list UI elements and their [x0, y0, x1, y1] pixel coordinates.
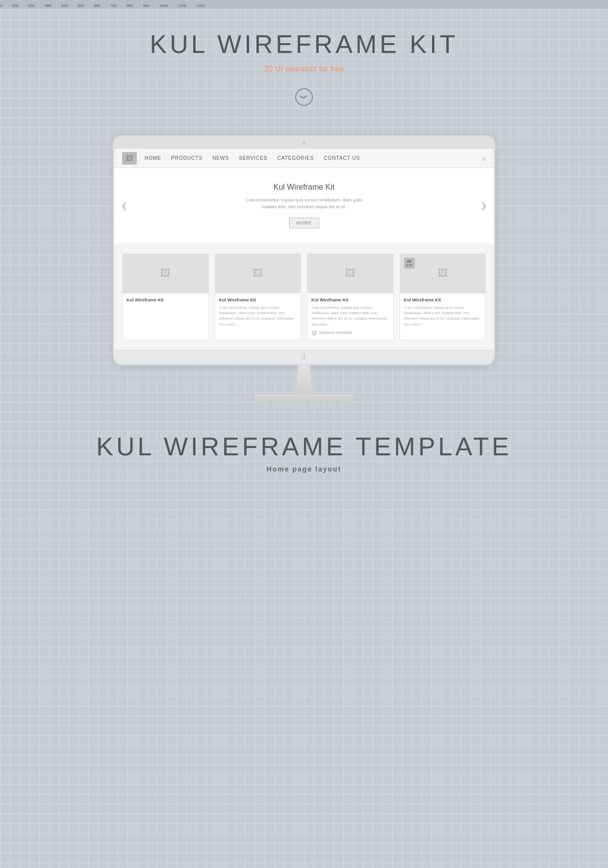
card-3-image-icon: 🖼 — [345, 268, 355, 279]
card-3-text: Cras consectetur, massa quis cursus vest… — [311, 305, 389, 327]
hero-next-button[interactable]: ❯ — [481, 201, 487, 210]
nav-items: HOME PRODUCTS NEWS SERVICES CATEGORIES C… — [145, 153, 482, 163]
monitor-camera — [303, 141, 305, 144]
page-subtitle: 20 UI elements for free — [150, 65, 458, 74]
footer-title: KUL WIREFRAME TEMPLATE — [96, 432, 512, 461]
monitor-bottom-bar:  — [114, 350, 494, 364]
cards-section: 🖼 Kul Wireframe Kit 🖼 Kul Wireframe Kit — [114, 244, 494, 350]
monitor-top-bar — [114, 137, 494, 149]
card-3: 🖼 Kul Wireframe Kit Cras consectetur, ma… — [307, 253, 394, 340]
card-3-link[interactable]: Devamını Görüntüle — [311, 330, 389, 336]
card-3-body: Kul Wireframe Kit Cras consectetur, mass… — [307, 293, 393, 340]
card-4-badge-text: ŞUB — [406, 264, 412, 267]
logo-icon: 🖼 — [126, 154, 133, 162]
nav-item-services[interactable]: SERVICES — [239, 153, 267, 163]
card-4-image-icon: 🖼 — [438, 268, 448, 279]
card-4-image: 25 ŞUB 🖼 — [400, 254, 486, 293]
card-1-image-icon: 🖼 — [160, 268, 170, 279]
card-4-title: Kul Wireframe Kit — [404, 298, 482, 302]
monitor-frame: 🖼 HOME PRODUCTS NEWS SERVICES CATEGORIES… — [113, 135, 495, 365]
hero-more-button[interactable]: MORE — [289, 218, 319, 228]
imac-mockup: 🖼 HOME PRODUCTS NEWS SERVICES CATEGORIES… — [113, 135, 495, 402]
card-2-text: Cras consectetur, massa quis cursus vest… — [219, 305, 297, 327]
ruler-top: 0100200300400 500600700800900 1000110012… — [0, 0, 608, 9]
card-4-text: Cras consectetur, massa quis cursus vest… — [404, 305, 482, 327]
card-1-title: Kul Wireframe Kit — [127, 298, 204, 302]
nav-bar: 🖼 HOME PRODUCTS NEWS SERVICES CATEGORIES… — [114, 149, 494, 168]
card-3-title: Kul Wireframe Kit — [311, 298, 389, 302]
card-1-body: Kul Wireframe Kit — [123, 293, 208, 309]
nav-item-products[interactable]: PRODUCTS — [171, 153, 203, 163]
monitor-screen: 🖼 HOME PRODUCTS NEWS SERVICES CATEGORIES… — [114, 149, 494, 364]
search-icon[interactable]: ⌕ — [482, 155, 486, 162]
card-1: 🖼 Kul Wireframe Kit — [122, 253, 209, 340]
card-3-link-icon — [311, 330, 317, 336]
card-4-badge: 25 ŞUB — [404, 258, 415, 269]
hero-prev-button[interactable]: ❮ — [121, 201, 127, 210]
card-4: 25 ŞUB 🖼 Kul Wireframe Kit Cras consecte… — [400, 253, 486, 340]
card-2-title: Kul Wireframe Kit — [219, 298, 297, 302]
monitor-stand-neck — [289, 365, 319, 395]
header-section: KUL WIREFRAME KIT 20 UI elements for fre… — [150, 29, 458, 125]
monitor-stand-base — [255, 395, 353, 402]
footer-section: KUL WIREFRAME TEMPLATE Home page layout — [96, 432, 512, 493]
card-4-badge-num: 25 — [407, 260, 411, 264]
hero-text: Cras consectetur, massa quis cursus vest… — [240, 197, 368, 211]
apple-logo-icon:  — [303, 352, 305, 361]
card-2: 🖼 Kul Wireframe Kit Cras consectetur, ma… — [215, 253, 302, 340]
card-4-body: Kul Wireframe Kit Cras consectetur, mass… — [400, 293, 486, 331]
card-3-link-text: Devamını Görüntüle — [319, 330, 352, 335]
nav-item-contact[interactable]: CONTACT US — [324, 153, 360, 163]
page-wrapper: KUL WIREFRAME KIT 20 UI elements for fre… — [0, 0, 608, 493]
nav-item-categories[interactable]: CATEGORIES — [278, 153, 314, 163]
footer-subtitle: Home page layout — [96, 465, 512, 473]
scroll-down-button[interactable] — [295, 88, 313, 106]
hero-section: ❮ Kul Wireframe Kit Cras consectetur, ma… — [114, 168, 494, 244]
card-2-image: 🖼 — [215, 254, 301, 293]
card-1-image: 🖼 — [123, 254, 208, 293]
nav-item-home[interactable]: HOME — [145, 153, 161, 163]
card-2-image-icon: 🖼 — [253, 268, 263, 279]
card-2-body: Kul Wireframe Kit Cras consectetur, mass… — [215, 293, 301, 331]
hero-title: Kul Wireframe Kit — [124, 183, 484, 192]
nav-item-news[interactable]: NEWS — [212, 153, 229, 163]
nav-logo: 🖼 — [122, 152, 137, 165]
page-title: KUL WIREFRAME KIT — [150, 29, 458, 59]
card-3-image: 🖼 — [307, 254, 393, 293]
